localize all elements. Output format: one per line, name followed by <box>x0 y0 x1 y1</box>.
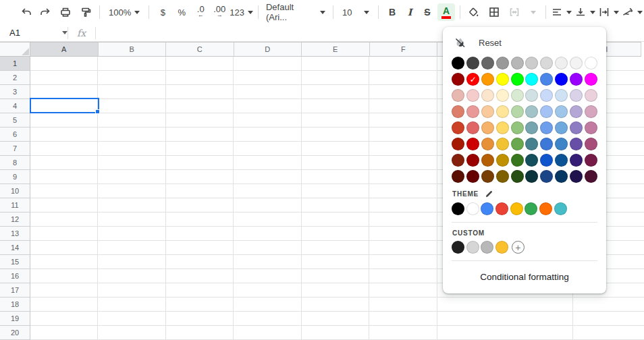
row-header[interactable]: 12 <box>0 213 30 227</box>
color-swatch[interactable] <box>466 241 479 254</box>
color-swatch[interactable] <box>511 170 524 183</box>
color-swatch[interactable] <box>452 121 464 134</box>
color-swatch[interactable] <box>466 202 479 215</box>
name-box[interactable]: A1 <box>0 28 68 38</box>
color-swatch[interactable] <box>570 170 583 183</box>
row-header[interactable]: 19 <box>0 312 30 326</box>
row-header[interactable]: 13 <box>0 227 30 241</box>
color-swatch[interactable] <box>585 121 597 134</box>
color-swatch[interactable] <box>481 154 494 167</box>
color-swatch[interactable] <box>554 202 567 215</box>
color-swatch[interactable] <box>511 121 524 134</box>
color-swatch[interactable] <box>555 121 568 134</box>
row-header[interactable]: 8 <box>0 156 30 170</box>
color-swatch[interactable] <box>555 138 568 150</box>
redo-button[interactable] <box>36 3 54 21</box>
text-rotation-button[interactable] <box>622 3 643 21</box>
color-swatch[interactable] <box>452 138 464 150</box>
text-wrap-button[interactable] <box>598 3 619 21</box>
color-swatch[interactable] <box>511 89 524 102</box>
color-swatch[interactable] <box>555 105 568 118</box>
color-swatch[interactable] <box>540 121 553 134</box>
row-header[interactable]: 1 <box>0 57 30 71</box>
row-header[interactable]: 3 <box>0 85 30 99</box>
row-header[interactable]: 5 <box>0 113 30 128</box>
color-swatch[interactable] <box>570 154 583 167</box>
color-swatch[interactable] <box>496 105 509 118</box>
color-swatch[interactable] <box>525 202 537 215</box>
color-swatch[interactable] <box>466 138 479 150</box>
color-swatch[interactable] <box>585 89 597 102</box>
color-swatch[interactable] <box>481 170 494 183</box>
color-swatch[interactable] <box>452 154 464 167</box>
color-swatch[interactable] <box>540 57 553 69</box>
color-swatch[interactable] <box>540 89 553 102</box>
color-swatch[interactable] <box>495 202 508 215</box>
color-swatch[interactable] <box>570 57 583 69</box>
font-size-select[interactable]: 10 <box>338 3 373 21</box>
color-swatch[interactable] <box>525 154 538 167</box>
color-swatch[interactable] <box>511 138 524 150</box>
color-swatch[interactable] <box>555 170 568 183</box>
color-swatch[interactable] <box>585 73 597 86</box>
color-swatch[interactable] <box>570 89 583 102</box>
color-swatch[interactable] <box>452 89 464 102</box>
color-swatch[interactable] <box>452 170 464 183</box>
format-currency-button[interactable]: $ <box>154 3 171 21</box>
color-swatch[interactable]: ✓ <box>466 73 479 86</box>
color-swatch[interactable] <box>466 121 479 134</box>
color-swatch[interactable] <box>555 57 568 69</box>
column-header[interactable]: F <box>370 42 438 57</box>
color-swatch[interactable] <box>496 73 509 86</box>
color-swatch[interactable] <box>466 154 479 167</box>
column-header[interactable]: C <box>166 42 234 57</box>
edit-theme-pencil-icon[interactable] <box>485 190 493 198</box>
color-swatch[interactable] <box>570 73 583 86</box>
color-swatch[interactable] <box>525 170 538 183</box>
column-header[interactable]: B <box>99 42 167 57</box>
color-swatch[interactable] <box>525 73 538 86</box>
color-swatch[interactable] <box>496 57 509 69</box>
color-swatch[interactable] <box>555 154 568 167</box>
color-swatch[interactable] <box>481 202 493 215</box>
color-swatch[interactable] <box>452 57 464 69</box>
color-swatch[interactable] <box>481 105 494 118</box>
color-swatch[interactable] <box>481 57 494 69</box>
color-swatch[interactable] <box>525 105 538 118</box>
row-header[interactable]: 15 <box>0 255 30 269</box>
color-swatch[interactable] <box>452 73 464 86</box>
color-swatch[interactable] <box>496 89 509 102</box>
color-swatch[interactable] <box>481 138 494 150</box>
undo-button[interactable] <box>18 3 35 21</box>
conditional-formatting-button[interactable]: Conditional formatting <box>451 261 598 292</box>
more-formats-button[interactable]: 123 <box>230 3 253 21</box>
zoom-select[interactable]: 100% <box>105 3 144 21</box>
color-swatch[interactable] <box>525 121 538 134</box>
color-swatch[interactable] <box>496 138 509 150</box>
color-swatch[interactable] <box>525 89 538 102</box>
row-header[interactable]: 17 <box>0 283 30 298</box>
color-swatch[interactable] <box>555 89 568 102</box>
select-all-corner[interactable] <box>0 42 30 57</box>
row-header[interactable]: 2 <box>0 71 30 85</box>
horizontal-align-button[interactable] <box>551 3 572 21</box>
color-swatch[interactable] <box>452 202 464 215</box>
row-header[interactable]: 14 <box>0 241 30 255</box>
font-family-select[interactable]: Default (Ari... <box>263 3 328 21</box>
strikethrough-button[interactable]: S <box>419 3 436 21</box>
color-swatch[interactable] <box>540 154 553 167</box>
color-swatch[interactable] <box>540 105 553 118</box>
color-swatch[interactable] <box>511 105 524 118</box>
row-header[interactable]: 4 <box>0 99 30 113</box>
color-swatch[interactable] <box>585 138 597 150</box>
color-swatch[interactable] <box>466 170 479 183</box>
color-swatch[interactable] <box>452 105 464 118</box>
row-header[interactable]: 10 <box>0 184 30 198</box>
color-swatch[interactable] <box>466 89 479 102</box>
color-swatch[interactable] <box>585 105 597 118</box>
color-swatch[interactable] <box>511 73 524 86</box>
row-header[interactable]: 16 <box>0 269 30 283</box>
color-swatch[interactable] <box>481 121 494 134</box>
fill-color-button[interactable] <box>465 3 483 21</box>
color-swatch[interactable] <box>496 170 509 183</box>
